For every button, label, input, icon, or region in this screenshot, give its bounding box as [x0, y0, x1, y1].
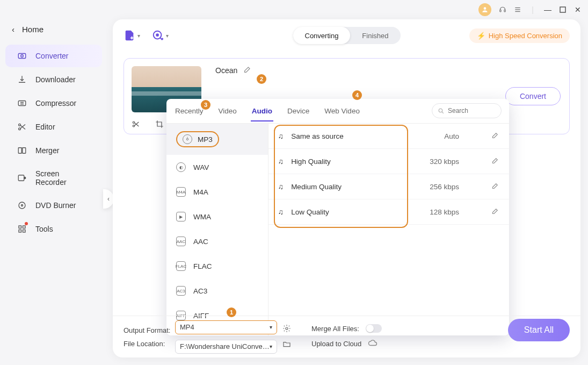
ptab-recently[interactable]: Recently	[174, 101, 205, 121]
quality-list: ♫Same as source Auto ♫High Quality 320 k…	[268, 124, 509, 335]
edit-quality-icon[interactable]	[491, 182, 499, 191]
status-segmented: Converting Finished	[293, 27, 400, 44]
quality-bitrate: 128 kbps	[430, 208, 459, 216]
support-icon[interactable]	[499, 6, 506, 13]
sidebar-item-downloader[interactable]: Downloader	[5, 68, 102, 91]
svg-rect-20	[19, 230, 21, 233]
popup-search[interactable]	[432, 103, 502, 118]
svg-point-16	[19, 202, 25, 209]
sidebar-item-label: Compressor	[35, 99, 76, 108]
menu-icon[interactable]	[514, 6, 521, 13]
format-flac[interactable]: FLACFLAC	[166, 254, 268, 278]
svg-rect-12	[18, 148, 21, 154]
notification-dot-icon	[25, 222, 28, 225]
svg-point-28	[286, 327, 288, 330]
m4a-icon: M4A	[176, 187, 186, 197]
divider: |	[529, 6, 536, 13]
merge-toggle[interactable]	[366, 324, 382, 333]
crop-icon[interactable]	[155, 120, 164, 131]
cloud-icon[interactable]	[368, 338, 378, 349]
start-all-button[interactable]: Start All	[508, 319, 570, 341]
ptab-web-video[interactable]: Web Video	[323, 101, 361, 121]
output-format-select[interactable]: MP4 ▾	[175, 320, 277, 334]
chevron-down-icon: ▾	[270, 343, 272, 349]
maximize-button[interactable]	[559, 6, 567, 13]
tab-finished[interactable]: Finished	[350, 27, 400, 44]
music-note-icon: ♫	[278, 158, 284, 166]
annotation-badge-4: 4	[352, 90, 362, 100]
sidebar-item-tools[interactable]: Tools	[5, 218, 102, 240]
merge-label: Merge All Files:	[311, 325, 359, 333]
svg-rect-18	[19, 226, 21, 228]
converter-icon	[17, 51, 27, 61]
format-label: MP3	[198, 135, 213, 144]
sidebar-item-label: Converter	[35, 52, 68, 60]
home-label: Home	[22, 25, 43, 34]
download-icon	[17, 75, 27, 84]
quality-label: High Quality	[291, 158, 331, 166]
edit-quality-icon[interactable]	[491, 131, 499, 141]
ptab-video[interactable]: Video	[217, 101, 238, 121]
tab-converting[interactable]: Converting	[293, 27, 350, 44]
edit-quality-icon[interactable]	[491, 207, 499, 217]
svg-point-15	[24, 177, 26, 179]
quality-same-as-source[interactable]: ♫Same as source Auto	[268, 124, 509, 149]
format-mp3[interactable]: MP3	[166, 124, 268, 155]
ptab-audio[interactable]: Audio	[251, 101, 273, 121]
edit-quality-icon[interactable]	[491, 156, 499, 166]
minimize-button[interactable]: —	[544, 6, 551, 13]
home-row[interactable]: ‹ Home	[0, 19, 107, 44]
add-disc-button[interactable]: ▾	[152, 30, 169, 41]
ac3-icon: AC3	[176, 286, 186, 296]
trim-icon[interactable]	[132, 120, 140, 131]
sidebar-item-label: Downloader	[35, 75, 76, 84]
quality-high[interactable]: ♫High Quality 320 kbps	[268, 149, 509, 174]
quality-label: Medium Quality	[291, 183, 342, 191]
sidebar-item-compressor[interactable]: Compressor	[5, 92, 102, 114]
sidebar-item-editor[interactable]: Editor	[5, 116, 102, 138]
sidebar-item-label: Editor	[35, 123, 55, 131]
sidebar-item-label: Tools	[35, 225, 53, 233]
bolt-icon: ⚡	[477, 32, 485, 40]
flac-icon: FLAC	[176, 261, 186, 271]
svg-rect-14	[18, 175, 24, 181]
svg-rect-9	[18, 101, 26, 106]
format-label: WMA	[193, 213, 211, 221]
folder-icon[interactable]	[282, 340, 291, 350]
settings-icon[interactable]	[282, 324, 291, 334]
svg-rect-7	[18, 54, 26, 59]
record-icon	[17, 173, 27, 183]
format-wav[interactable]: ◐WAV	[166, 155, 268, 180]
ptab-device[interactable]: Device	[286, 101, 310, 121]
quality-low[interactable]: ♫Low Quality 128 kbps	[268, 199, 509, 225]
user-avatar[interactable]	[478, 3, 491, 16]
rename-icon[interactable]	[243, 65, 252, 76]
format-label: AAC	[193, 238, 208, 246]
output-format-label: Output Format:	[124, 326, 175, 334]
sidebar-item-merger[interactable]: Merger	[5, 139, 102, 162]
sidebar-item-screen-recorder[interactable]: Screen Recorder	[5, 163, 102, 193]
format-label: M4A	[193, 188, 208, 196]
disc-icon	[17, 201, 27, 210]
quality-label: Low Quality	[291, 208, 329, 216]
sidebar-collapse-handle[interactable]: ‹	[103, 189, 114, 209]
quality-medium[interactable]: ♫Medium Quality 256 kbps	[268, 174, 509, 199]
hsconv-label: High Speed Conversion	[489, 32, 562, 40]
format-m4a[interactable]: M4AM4A	[166, 180, 268, 204]
format-wma[interactable]: ▶WMA	[166, 204, 268, 229]
format-ac3[interactable]: AC3AC3	[166, 278, 268, 303]
format-aac[interactable]: AACAAC	[166, 229, 268, 254]
svg-rect-19	[23, 226, 26, 228]
file-title: Ocean	[215, 66, 237, 75]
annotation-badge-3: 3	[201, 100, 210, 110]
search-input[interactable]	[448, 107, 491, 114]
file-location-select[interactable]: F:\Wondershare UniConverter 1 ▾	[175, 340, 277, 354]
add-file-button[interactable]: ▾	[124, 30, 140, 41]
close-button[interactable]: ✕	[574, 6, 582, 13]
convert-button[interactable]: Convert	[505, 87, 561, 105]
compress-icon	[17, 98, 27, 108]
svg-point-17	[21, 205, 23, 206]
sidebar-item-converter[interactable]: Converter	[5, 45, 102, 67]
high-speed-conversion-button[interactable]: ⚡ High Speed Conversion	[469, 28, 570, 43]
sidebar-item-dvd-burner[interactable]: DVD Burner	[5, 194, 102, 217]
